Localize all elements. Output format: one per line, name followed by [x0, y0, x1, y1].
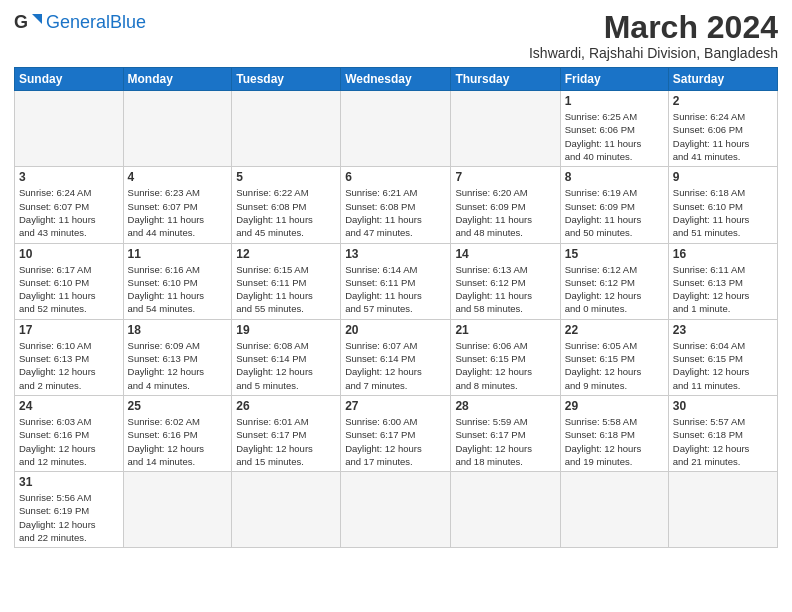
day-info: Sunrise: 6:14 AM Sunset: 6:11 PM Dayligh…	[345, 263, 446, 316]
day-info: Sunrise: 6:23 AM Sunset: 6:07 PM Dayligh…	[128, 186, 228, 239]
day-info: Sunrise: 6:07 AM Sunset: 6:14 PM Dayligh…	[345, 339, 446, 392]
day-info: Sunrise: 6:12 AM Sunset: 6:12 PM Dayligh…	[565, 263, 664, 316]
calendar-cell: 9Sunrise: 6:18 AM Sunset: 6:10 PM Daylig…	[668, 167, 777, 243]
day-info: Sunrise: 6:15 AM Sunset: 6:11 PM Dayligh…	[236, 263, 336, 316]
calendar-cell: 8Sunrise: 6:19 AM Sunset: 6:09 PM Daylig…	[560, 167, 668, 243]
calendar-cell: 10Sunrise: 6:17 AM Sunset: 6:10 PM Dayli…	[15, 243, 124, 319]
calendar-cell: 4Sunrise: 6:23 AM Sunset: 6:07 PM Daylig…	[123, 167, 232, 243]
calendar-cell: 20Sunrise: 6:07 AM Sunset: 6:14 PM Dayli…	[341, 319, 451, 395]
day-number: 25	[128, 399, 228, 413]
day-number: 22	[565, 323, 664, 337]
calendar-cell: 30Sunrise: 5:57 AM Sunset: 6:18 PM Dayli…	[668, 395, 777, 471]
calendar-cell	[232, 91, 341, 167]
day-info: Sunrise: 6:22 AM Sunset: 6:08 PM Dayligh…	[236, 186, 336, 239]
day-info: Sunrise: 6:24 AM Sunset: 6:06 PM Dayligh…	[673, 110, 773, 163]
calendar-cell: 28Sunrise: 5:59 AM Sunset: 6:17 PM Dayli…	[451, 395, 560, 471]
month-year: March 2024	[529, 10, 778, 45]
calendar-cell: 19Sunrise: 6:08 AM Sunset: 6:14 PM Dayli…	[232, 319, 341, 395]
calendar-cell: 23Sunrise: 6:04 AM Sunset: 6:15 PM Dayli…	[668, 319, 777, 395]
day-info: Sunrise: 6:08 AM Sunset: 6:14 PM Dayligh…	[236, 339, 336, 392]
day-number: 24	[19, 399, 119, 413]
day-info: Sunrise: 6:04 AM Sunset: 6:15 PM Dayligh…	[673, 339, 773, 392]
calendar-cell: 17Sunrise: 6:10 AM Sunset: 6:13 PM Dayli…	[15, 319, 124, 395]
page: G GeneralBlue March 2024 Ishwardi, Rajsh…	[0, 0, 792, 612]
day-number: 19	[236, 323, 336, 337]
weekday-header-friday: Friday	[560, 68, 668, 91]
day-info: Sunrise: 6:21 AM Sunset: 6:08 PM Dayligh…	[345, 186, 446, 239]
calendar-cell: 13Sunrise: 6:14 AM Sunset: 6:11 PM Dayli…	[341, 243, 451, 319]
calendar-cell: 22Sunrise: 6:05 AM Sunset: 6:15 PM Dayli…	[560, 319, 668, 395]
calendar-cell: 21Sunrise: 6:06 AM Sunset: 6:15 PM Dayli…	[451, 319, 560, 395]
day-number: 10	[19, 247, 119, 261]
calendar-cell	[123, 91, 232, 167]
day-info: Sunrise: 6:05 AM Sunset: 6:15 PM Dayligh…	[565, 339, 664, 392]
logo: G GeneralBlue	[14, 10, 146, 34]
calendar-cell	[341, 91, 451, 167]
calendar-cell: 11Sunrise: 6:16 AM Sunset: 6:10 PM Dayli…	[123, 243, 232, 319]
weekday-header-thursday: Thursday	[451, 68, 560, 91]
day-info: Sunrise: 6:19 AM Sunset: 6:09 PM Dayligh…	[565, 186, 664, 239]
title-block: March 2024 Ishwardi, Rajshahi Division, …	[529, 10, 778, 61]
day-number: 16	[673, 247, 773, 261]
calendar-cell: 18Sunrise: 6:09 AM Sunset: 6:13 PM Dayli…	[123, 319, 232, 395]
day-number: 5	[236, 170, 336, 184]
calendar: SundayMondayTuesdayWednesdayThursdayFrid…	[14, 67, 778, 548]
calendar-cell	[232, 472, 341, 548]
day-number: 1	[565, 94, 664, 108]
day-info: Sunrise: 6:10 AM Sunset: 6:13 PM Dayligh…	[19, 339, 119, 392]
day-info: Sunrise: 6:24 AM Sunset: 6:07 PM Dayligh…	[19, 186, 119, 239]
day-info: Sunrise: 6:20 AM Sunset: 6:09 PM Dayligh…	[455, 186, 555, 239]
day-number: 23	[673, 323, 773, 337]
weekday-header-saturday: Saturday	[668, 68, 777, 91]
day-number: 30	[673, 399, 773, 413]
calendar-cell	[451, 472, 560, 548]
day-number: 11	[128, 247, 228, 261]
weekday-header-tuesday: Tuesday	[232, 68, 341, 91]
calendar-cell	[341, 472, 451, 548]
day-number: 12	[236, 247, 336, 261]
calendar-cell: 29Sunrise: 5:58 AM Sunset: 6:18 PM Dayli…	[560, 395, 668, 471]
calendar-cell: 16Sunrise: 6:11 AM Sunset: 6:13 PM Dayli…	[668, 243, 777, 319]
day-info: Sunrise: 6:02 AM Sunset: 6:16 PM Dayligh…	[128, 415, 228, 468]
week-row-3: 10Sunrise: 6:17 AM Sunset: 6:10 PM Dayli…	[15, 243, 778, 319]
week-row-1: 1Sunrise: 6:25 AM Sunset: 6:06 PM Daylig…	[15, 91, 778, 167]
logo-icon: G	[14, 10, 42, 34]
calendar-cell: 15Sunrise: 6:12 AM Sunset: 6:12 PM Dayli…	[560, 243, 668, 319]
day-info: Sunrise: 5:58 AM Sunset: 6:18 PM Dayligh…	[565, 415, 664, 468]
day-info: Sunrise: 6:18 AM Sunset: 6:10 PM Dayligh…	[673, 186, 773, 239]
day-number: 28	[455, 399, 555, 413]
day-number: 4	[128, 170, 228, 184]
day-info: Sunrise: 5:57 AM Sunset: 6:18 PM Dayligh…	[673, 415, 773, 468]
day-number: 31	[19, 475, 119, 489]
calendar-cell	[123, 472, 232, 548]
day-number: 15	[565, 247, 664, 261]
day-number: 18	[128, 323, 228, 337]
day-number: 13	[345, 247, 446, 261]
day-info: Sunrise: 6:25 AM Sunset: 6:06 PM Dayligh…	[565, 110, 664, 163]
week-row-2: 3Sunrise: 6:24 AM Sunset: 6:07 PM Daylig…	[15, 167, 778, 243]
calendar-cell: 7Sunrise: 6:20 AM Sunset: 6:09 PM Daylig…	[451, 167, 560, 243]
calendar-cell: 27Sunrise: 6:00 AM Sunset: 6:17 PM Dayli…	[341, 395, 451, 471]
day-number: 14	[455, 247, 555, 261]
svg-text:G: G	[14, 12, 28, 32]
calendar-cell	[668, 472, 777, 548]
day-number: 6	[345, 170, 446, 184]
day-info: Sunrise: 5:56 AM Sunset: 6:19 PM Dayligh…	[19, 491, 119, 544]
calendar-cell: 2Sunrise: 6:24 AM Sunset: 6:06 PM Daylig…	[668, 91, 777, 167]
logo-general: General	[46, 12, 110, 32]
day-number: 9	[673, 170, 773, 184]
day-info: Sunrise: 6:06 AM Sunset: 6:15 PM Dayligh…	[455, 339, 555, 392]
day-number: 27	[345, 399, 446, 413]
week-row-6: 31Sunrise: 5:56 AM Sunset: 6:19 PM Dayli…	[15, 472, 778, 548]
day-info: Sunrise: 5:59 AM Sunset: 6:17 PM Dayligh…	[455, 415, 555, 468]
calendar-cell: 12Sunrise: 6:15 AM Sunset: 6:11 PM Dayli…	[232, 243, 341, 319]
header: G GeneralBlue March 2024 Ishwardi, Rajsh…	[14, 10, 778, 61]
weekday-header-sunday: Sunday	[15, 68, 124, 91]
calendar-cell: 24Sunrise: 6:03 AM Sunset: 6:16 PM Dayli…	[15, 395, 124, 471]
logo-blue: Blue	[110, 12, 146, 32]
location: Ishwardi, Rajshahi Division, Bangladesh	[529, 45, 778, 61]
day-number: 20	[345, 323, 446, 337]
day-number: 2	[673, 94, 773, 108]
day-number: 8	[565, 170, 664, 184]
day-info: Sunrise: 6:09 AM Sunset: 6:13 PM Dayligh…	[128, 339, 228, 392]
